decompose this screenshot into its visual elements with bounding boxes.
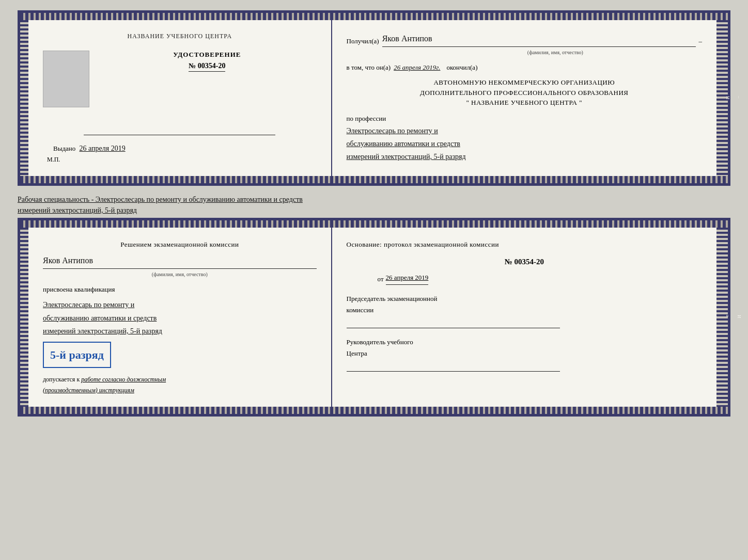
- komissii-label: комиссии: [347, 305, 702, 316]
- org-block: АВТОНОМНУЮ НЕКОММЕРЧЕСКУЮ ОРГАНИЗАЦИЮ ДО…: [347, 77, 702, 108]
- resheniem-label: Решением экзаменационной комиссии: [43, 239, 317, 250]
- poluchil-row: Получил(а) Яков Антипов –: [347, 31, 702, 47]
- rank-badge: 5-й разряд: [43, 342, 111, 368]
- dopuskaetsya-label: допускается к: [43, 376, 80, 383]
- vtom-label: в том, что он(а): [347, 62, 391, 73]
- bottom-left-page: Решением экзаменационной комиссии Яков А…: [28, 228, 332, 407]
- poluchil-label: Получил(а): [347, 36, 379, 47]
- rukovoditel-label: Руководитель учебного: [347, 337, 702, 348]
- date-value: 26 апреля 2019г.: [394, 62, 440, 73]
- ot-label: от: [378, 274, 384, 285]
- bottom-name-row: Яков Антипов: [43, 253, 317, 269]
- fio-sub-top: (фамилия, имя, отчество): [409, 48, 702, 57]
- bottom-full-name: Яков Антипов: [43, 256, 93, 265]
- full-name-top: Яков Антипов: [382, 31, 696, 47]
- prof-line1: Электрослесарь по ремонту и: [347, 124, 702, 137]
- dopuskaetsya-block: допускается к работе согласно должностны…: [43, 374, 317, 395]
- po-professii-row: по профессии Электрослесарь по ремонту и…: [347, 113, 702, 164]
- bottom-fio-sub: (фамилия, имя, отчество): [43, 270, 317, 279]
- po-professii-label: по профессии: [347, 113, 702, 124]
- prisvoena-label: присвоена квалификация: [43, 284, 317, 295]
- udost-title: УДОСТОВЕРЕНИЕ: [173, 51, 241, 59]
- predsedatel-block: Председатель экзаменационной комиссии: [347, 293, 702, 328]
- osnovanie-label: Основание: протокол экзаменационной коми…: [347, 239, 702, 250]
- photo-placeholder: [43, 51, 89, 107]
- ot-date: 26 апреля 2019: [386, 272, 429, 285]
- okonchill-label: окончил(а): [446, 62, 477, 73]
- vydano-date: 26 апреля 2019: [80, 145, 126, 152]
- vydano-block: Выдано 26 апреля 2019: [53, 145, 126, 153]
- vydano-label: Выдано: [53, 145, 75, 152]
- prof-line3: измерений электростанций, 5-й разряд: [347, 150, 702, 163]
- udost-number: № 00354-20: [189, 62, 225, 72]
- bottom-prof-line1: Электрослесарь по ремонту и: [43, 298, 317, 311]
- bottom-right-page: Основание: протокол экзаменационной коми…: [332, 228, 716, 407]
- left-header: НАЗВАНИЕ УЧЕБНОГО ЦЕНТРА: [127, 33, 232, 40]
- side-labels-bottom: – – И а ← – – –: [679, 313, 748, 322]
- instruktsii-text: (производственным) инструкциям: [43, 385, 317, 395]
- protocol-number: № 00354-20: [347, 255, 702, 269]
- predsedatel-label: Председатель экзаменационной: [347, 293, 702, 305]
- tsentra-label: Центра: [347, 348, 702, 359]
- vtom-row: в том, что он(а) 26 апреля 2019г. окончи…: [347, 62, 702, 73]
- rukovoditel-block: Руководитель учебного Центра: [347, 337, 702, 372]
- mp-label: М.П.: [47, 156, 60, 164]
- ot-row: от 26 апреля 2019: [347, 272, 702, 285]
- between-label: Рабочая специальность - Электрослесарь п…: [18, 194, 730, 216]
- rabota-text: работе согласно должностным: [81, 376, 166, 383]
- bottom-prof-line3: измерений электростанций, 5-й разряд: [43, 325, 317, 338]
- bottom-prof-line2: обслуживанию автоматики и средств: [43, 312, 317, 325]
- prof-line2: обслуживанию автоматики и средств: [347, 137, 702, 150]
